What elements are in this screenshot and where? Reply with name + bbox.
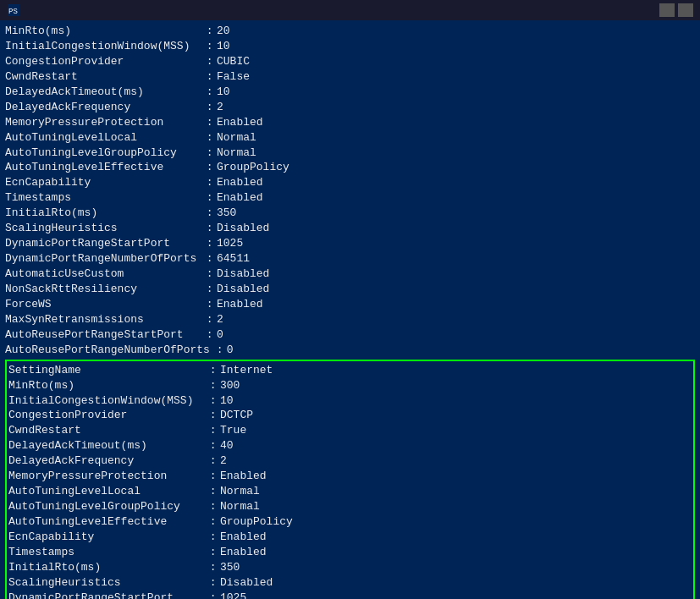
line-sep: :	[203, 514, 220, 530]
line-val: 40	[220, 438, 234, 453]
line-val: 10	[220, 393, 234, 409]
line-val: 1025	[220, 591, 246, 599]
line-key: ScalingHeuristics	[8, 575, 203, 591]
window-icon: PS	[7, 3, 20, 17]
line-sep: :	[200, 221, 217, 236]
line-val: 20	[217, 24, 230, 39]
line-val: Enabled	[220, 530, 267, 545]
line-val: True	[220, 423, 246, 438]
line-key: EcnCapability	[8, 530, 203, 545]
terminal-line: MinRto(ms) : 300	[8, 378, 692, 393]
line-val: GroupPolicy	[220, 514, 293, 530]
terminal-line: EcnCapability : Enabled	[8, 530, 692, 545]
line-sep: :	[203, 469, 220, 484]
terminal-line: ScalingHeuristics : Disabled	[5, 221, 695, 236]
terminal-content: MinRto(ms) : 20InitialCongestionWindow(M…	[0, 20, 700, 599]
line-sep: :	[200, 160, 217, 175]
line-val: 2	[217, 312, 223, 327]
line-sep: :	[200, 327, 217, 343]
terminal-line: DynamicPortRangeStartPort : 1025	[5, 236, 695, 251]
line-val: Enabled	[217, 175, 263, 190]
terminal-line: SettingName : Internet	[8, 363, 692, 378]
terminal-line: InitialCongestionWindow(MSS) : 10	[8, 393, 692, 409]
terminal-line: EcnCapability : Enabled	[5, 175, 695, 190]
terminal-line: AutoReusePortRangeStartPort : 0	[5, 327, 695, 343]
terminal-line: CwndRestart : False	[5, 69, 695, 85]
line-key: DelayedAckFrequency	[5, 100, 200, 115]
line-sep: :	[200, 146, 217, 161]
line-val: 10	[217, 39, 230, 54]
line-sep: :	[203, 453, 220, 469]
line-key: NonSackRttResiliency	[5, 282, 200, 297]
line-sep: :	[200, 69, 217, 85]
terminal-line: InitialRto(ms) : 350	[5, 206, 695, 221]
terminal-line: MaxSynRetransmissions : 2	[5, 312, 695, 327]
line-key: DynamicPortRangeNumberOfPorts	[5, 251, 200, 267]
line-key: MemoryPressureProtection	[8, 469, 203, 484]
line-val: 300	[220, 378, 240, 393]
line-sep: :	[203, 484, 220, 499]
terminal-line: CongestionProvider : DCTCP	[8, 408, 692, 423]
line-val: CUBIC	[217, 54, 250, 69]
line-key: DynamicPortRangeStartPort	[8, 591, 203, 599]
line-sep: :	[200, 312, 217, 327]
line-sep: :	[200, 24, 217, 39]
line-key: MaxSynRetransmissions	[5, 312, 200, 327]
line-key: ForceWS	[5, 297, 200, 312]
line-key: AutoTuningLevelEffective	[5, 160, 200, 175]
terminal-line: AutoTuningLevelLocal : Normal	[8, 484, 692, 499]
line-key: AutoTuningLevelEffective	[8, 514, 203, 530]
terminal-line: MemoryPressureProtection : Enabled	[5, 115, 695, 130]
section2: SettingName : InternetMinRto(ms) : 300In…	[8, 363, 692, 599]
terminal-line: AutoTuningLevelEffective : GroupPolicy	[5, 160, 695, 175]
terminal-line: DelayedAckTimeout(ms) : 40	[8, 438, 692, 453]
line-val: Normal	[217, 130, 256, 146]
line-key: MemoryPressureProtection	[5, 115, 200, 130]
line-val: Enabled	[220, 469, 267, 484]
line-key: DelayedAckTimeout(ms)	[5, 85, 200, 100]
line-sep: :	[203, 423, 220, 438]
terminal-line: DelayedAckFrequency : 2	[5, 100, 695, 115]
line-sep: :	[203, 363, 220, 378]
line-val: Enabled	[217, 190, 263, 206]
line-key: AutoTuningLevelLocal	[8, 484, 203, 499]
maximize-button[interactable]	[678, 3, 693, 17]
line-key: AutoTuningLevelGroupPolicy	[8, 499, 203, 514]
line-sep: :	[200, 282, 217, 297]
line-sep: :	[200, 175, 217, 190]
line-sep: :	[200, 85, 217, 100]
line-key: CongestionProvider	[8, 408, 203, 423]
terminal-line: ScalingHeuristics : Disabled	[8, 575, 692, 591]
line-sep: :	[200, 190, 217, 206]
terminal-line: CwndRestart : True	[8, 423, 692, 438]
line-key: ScalingHeuristics	[5, 221, 200, 236]
line-val: Disabled	[217, 282, 269, 297]
line-sep: :	[200, 115, 217, 130]
line-key: AutoTuningLevelGroupPolicy	[5, 146, 200, 161]
line-key: AutoReusePortRangeStartPort	[5, 327, 200, 343]
terminal-line: DelayedAckFrequency : 2	[8, 453, 692, 469]
line-val: 350	[220, 560, 240, 575]
terminal-line: AutoTuningLevelEffective : GroupPolicy	[8, 514, 692, 530]
line-key: InitialRto(ms)	[5, 206, 200, 221]
terminal-line: DynamicPortRangeStartPort : 1025	[8, 591, 692, 599]
line-sep: :	[200, 251, 217, 267]
terminal-line: AutoTuningLevelGroupPolicy : Normal	[5, 146, 695, 161]
terminal-line: MemoryPressureProtection : Enabled	[8, 469, 692, 484]
line-sep: :	[203, 499, 220, 514]
line-sep: :	[200, 297, 217, 312]
line-key: CwndRestart	[5, 69, 200, 85]
highlighted-section: SettingName : InternetMinRto(ms) : 300In…	[5, 360, 695, 599]
line-val: 0	[227, 343, 234, 358]
minimize-button[interactable]	[659, 3, 675, 17]
terminal-line: AutomaticUseCustom : Disabled	[5, 267, 695, 282]
line-key: SettingName	[8, 363, 203, 378]
line-sep: :	[203, 545, 220, 560]
section1: MinRto(ms) : 20InitialCongestionWindow(M…	[5, 24, 695, 358]
terminal-line: NonSackRttResiliency : Disabled	[5, 282, 695, 297]
line-key: CongestionProvider	[5, 54, 200, 69]
line-sep: :	[200, 39, 217, 54]
line-sep: :	[200, 130, 217, 146]
line-sep: :	[200, 54, 217, 69]
line-sep: :	[203, 560, 220, 575]
